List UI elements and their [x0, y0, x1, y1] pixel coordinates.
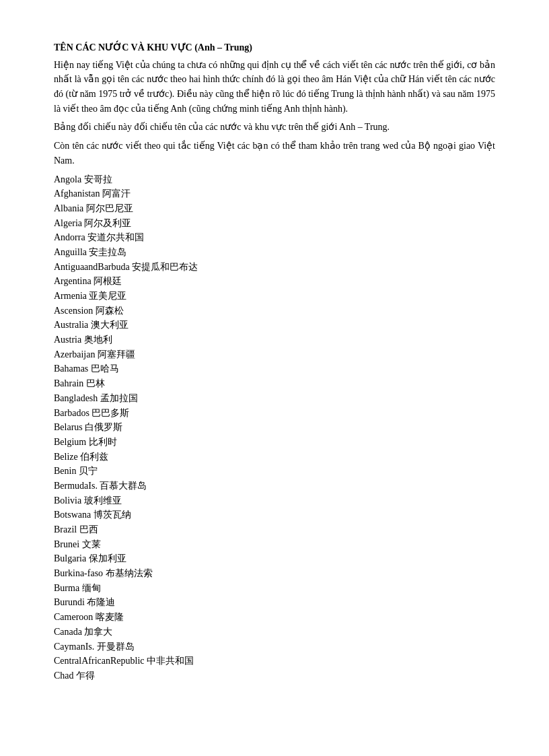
country-item: Bulgaria 保加利亚 [54, 551, 495, 566]
country-item: CaymanIs. 开曼群岛 [54, 640, 495, 654]
country-item: Andorra 安道尔共和国 [54, 230, 495, 245]
country-item: AntiguaandBarbuda 安提瓜和巴布达 [54, 260, 495, 275]
intro-paragraph-1: Hiện nay tiếng Việt của chúng ta chưa có… [54, 58, 495, 116]
country-item: Australia 澳大利亚 [54, 318, 495, 333]
country-item: Barbados 巴巴多斯 [54, 406, 495, 421]
country-item: BermudaIs. 百慕大群岛 [54, 479, 495, 493]
country-item: Burundi 布隆迪 [54, 595, 495, 610]
intro-paragraph-2: Bảng đối chiếu này đối chiếu tên của các… [54, 120, 495, 135]
country-item: Canada 加拿大 [54, 625, 495, 640]
document-container: TÊN CÁC NƯỚC VÀ KHU VỰC (Anh – Trung) Hi… [54, 40, 495, 683]
country-item: Anguilla 安圭拉岛 [54, 245, 495, 260]
country-item: Belgium 比利时 [54, 435, 495, 450]
country-item: Bolivia 玻利维亚 [54, 493, 495, 508]
country-item: CentralAfricanRepublic 中非共和国 [54, 654, 495, 668]
country-item: Belarus 白俄罗斯 [54, 420, 495, 435]
country-item: Bahrain 巴林 [54, 376, 495, 391]
country-item: Brazil 巴西 [54, 522, 495, 537]
country-list: Angola 安哥拉Afghanistan 阿富汗Albania 阿尔巴尼亚Al… [54, 172, 495, 683]
country-item: Bangladesh 孟加拉国 [54, 391, 495, 406]
country-item: Afghanistan 阿富汗 [54, 186, 495, 201]
country-item: Armenia 亚美尼亚 [54, 289, 495, 304]
country-item: Brunei 文莱 [54, 537, 495, 552]
country-item: Albania 阿尔巴尼亚 [54, 201, 495, 216]
country-item: Azerbaijan 阿塞拜疆 [54, 347, 495, 362]
country-item: Bahamas 巴哈马 [54, 362, 495, 376]
country-item: Austria 奥地利 [54, 333, 495, 347]
country-item: Belize 伯利兹 [54, 450, 495, 465]
country-item: Burma 缅甸 [54, 581, 495, 596]
country-item: Botswana 博茨瓦纳 [54, 508, 495, 522]
country-item: Chad 乍得 [54, 668, 495, 683]
page-title: TÊN CÁC NƯỚC VÀ KHU VỰC (Anh – Trung) [54, 40, 495, 55]
country-item: Argentina 阿根廷 [54, 274, 495, 289]
country-item: Cameroon 喀麦隆 [54, 610, 495, 625]
country-item: Algeria 阿尔及利亚 [54, 216, 495, 231]
country-item: Burkina-faso 布基纳法索 [54, 566, 495, 581]
country-item: Ascension 阿森松 [54, 304, 495, 318]
country-item: Angola 安哥拉 [54, 172, 495, 187]
intro-paragraph-3: Còn tên các nước viết theo qui tắc tiếng… [54, 139, 495, 168]
country-item: Benin 贝宁 [54, 464, 495, 479]
